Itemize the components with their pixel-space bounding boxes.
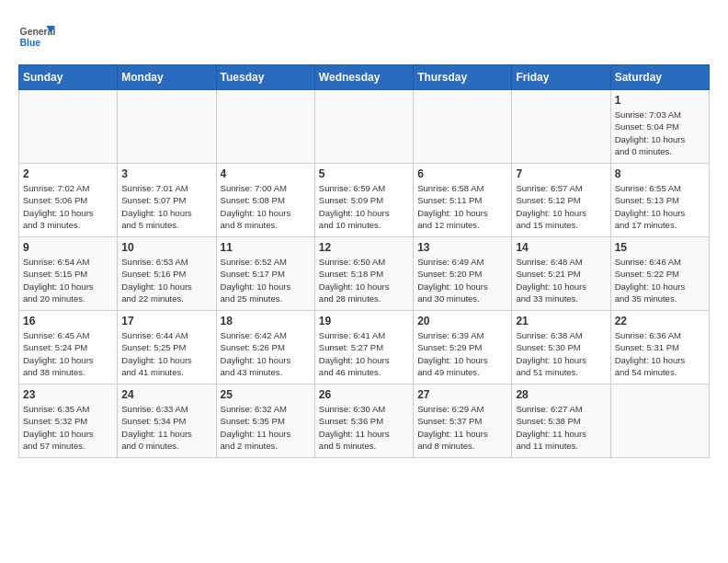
logo: General Blue	[18, 18, 59, 55]
day-cell: 12Sunrise: 6:50 AM Sunset: 5:18 PM Dayli…	[314, 237, 413, 311]
day-cell	[19, 90, 118, 164]
logo-icon: General Blue	[18, 18, 55, 55]
day-info: Sunrise: 6:38 AM Sunset: 5:30 PM Dayligh…	[516, 329, 606, 378]
day-cell: 18Sunrise: 6:42 AM Sunset: 5:26 PM Dayli…	[216, 311, 314, 385]
day-number: 3	[121, 167, 211, 180]
calendar-header: SundayMondayTuesdayWednesdayThursdayFrid…	[19, 65, 710, 90]
header-cell-friday: Friday	[512, 65, 610, 90]
day-number: 23	[23, 388, 113, 401]
day-info: Sunrise: 6:54 AM Sunset: 5:15 PM Dayligh…	[23, 256, 113, 304]
svg-text:Blue: Blue	[20, 38, 41, 48]
day-cell: 9Sunrise: 6:54 AM Sunset: 5:15 PM Daylig…	[19, 237, 118, 311]
day-info: Sunrise: 6:32 AM Sunset: 5:35 PM Dayligh…	[221, 403, 311, 452]
calendar-body: 1Sunrise: 7:03 AM Sunset: 5:04 PM Daylig…	[19, 90, 710, 458]
day-number: 7	[516, 167, 606, 180]
day-cell: 13Sunrise: 6:49 AM Sunset: 5:20 PM Dayli…	[414, 237, 512, 311]
day-cell: 26Sunrise: 6:30 AM Sunset: 5:36 PM Dayli…	[314, 385, 413, 458]
day-cell	[610, 385, 709, 458]
day-info: Sunrise: 6:52 AM Sunset: 5:17 PM Dayligh…	[221, 256, 311, 304]
day-info: Sunrise: 7:02 AM Sunset: 5:06 PM Dayligh…	[23, 182, 113, 231]
day-info: Sunrise: 6:45 AM Sunset: 5:24 PM Dayligh…	[23, 329, 113, 378]
day-info: Sunrise: 7:03 AM Sunset: 5:04 PM Dayligh…	[615, 109, 705, 157]
day-info: Sunrise: 6:35 AM Sunset: 5:32 PM Dayligh…	[23, 403, 113, 452]
header-row: SundayMondayTuesdayWednesdayThursdayFrid…	[19, 65, 710, 90]
day-info: Sunrise: 6:58 AM Sunset: 5:11 PM Dayligh…	[417, 182, 507, 231]
day-info: Sunrise: 6:46 AM Sunset: 5:22 PM Dayligh…	[615, 256, 705, 304]
day-info: Sunrise: 6:48 AM Sunset: 5:21 PM Dayligh…	[516, 256, 606, 304]
day-info: Sunrise: 6:33 AM Sunset: 5:34 PM Dayligh…	[121, 403, 211, 452]
day-cell: 11Sunrise: 6:52 AM Sunset: 5:17 PM Dayli…	[216, 237, 314, 311]
day-number: 20	[417, 315, 507, 327]
day-info: Sunrise: 6:30 AM Sunset: 5:36 PM Dayligh…	[319, 403, 409, 452]
day-info: Sunrise: 6:55 AM Sunset: 5:13 PM Dayligh…	[615, 182, 705, 231]
day-cell: 24Sunrise: 6:33 AM Sunset: 5:34 PM Dayli…	[118, 385, 216, 458]
day-number: 2	[23, 167, 113, 180]
day-number: 26	[319, 388, 409, 401]
day-number: 8	[615, 167, 705, 180]
day-cell: 20Sunrise: 6:39 AM Sunset: 5:29 PM Dayli…	[414, 311, 512, 385]
day-info: Sunrise: 6:57 AM Sunset: 5:12 PM Dayligh…	[516, 182, 606, 231]
page-header: General Blue	[18, 18, 710, 55]
day-info: Sunrise: 6:50 AM Sunset: 5:18 PM Dayligh…	[319, 256, 409, 304]
day-number: 10	[121, 241, 211, 254]
day-cell: 22Sunrise: 6:36 AM Sunset: 5:31 PM Dayli…	[610, 311, 709, 385]
day-cell	[216, 90, 314, 164]
day-cell: 2Sunrise: 7:02 AM Sunset: 5:06 PM Daylig…	[19, 164, 118, 237]
day-cell: 25Sunrise: 6:32 AM Sunset: 5:35 PM Dayli…	[216, 385, 314, 458]
day-cell	[414, 90, 512, 164]
day-cell: 3Sunrise: 7:01 AM Sunset: 5:07 PM Daylig…	[118, 164, 216, 237]
day-info: Sunrise: 6:27 AM Sunset: 5:38 PM Dayligh…	[516, 403, 606, 452]
calendar-table: SundayMondayTuesdayWednesdayThursdayFrid…	[18, 64, 710, 458]
day-info: Sunrise: 6:39 AM Sunset: 5:29 PM Dayligh…	[417, 329, 507, 378]
day-info: Sunrise: 7:00 AM Sunset: 5:08 PM Dayligh…	[221, 182, 311, 231]
day-info: Sunrise: 6:44 AM Sunset: 5:25 PM Dayligh…	[121, 329, 211, 378]
day-cell: 5Sunrise: 6:59 AM Sunset: 5:09 PM Daylig…	[314, 164, 413, 237]
day-number: 5	[319, 167, 409, 180]
day-number: 1	[615, 94, 705, 107]
week-row-1: 2Sunrise: 7:02 AM Sunset: 5:06 PM Daylig…	[19, 164, 710, 237]
header-cell-sunday: Sunday	[19, 65, 118, 90]
day-cell	[118, 90, 216, 164]
day-cell: 15Sunrise: 6:46 AM Sunset: 5:22 PM Dayli…	[610, 237, 709, 311]
day-number: 6	[417, 167, 507, 180]
day-cell: 8Sunrise: 6:55 AM Sunset: 5:13 PM Daylig…	[610, 164, 709, 237]
day-info: Sunrise: 6:41 AM Sunset: 5:27 PM Dayligh…	[319, 329, 409, 378]
day-cell: 16Sunrise: 6:45 AM Sunset: 5:24 PM Dayli…	[19, 311, 118, 385]
day-number: 17	[121, 315, 211, 327]
header-cell-monday: Monday	[118, 65, 216, 90]
header-cell-thursday: Thursday	[414, 65, 512, 90]
day-number: 9	[23, 241, 113, 254]
day-cell: 23Sunrise: 6:35 AM Sunset: 5:32 PM Dayli…	[19, 385, 118, 458]
week-row-3: 16Sunrise: 6:45 AM Sunset: 5:24 PM Dayli…	[19, 311, 710, 385]
day-cell: 6Sunrise: 6:58 AM Sunset: 5:11 PM Daylig…	[414, 164, 512, 237]
day-info: Sunrise: 7:01 AM Sunset: 5:07 PM Dayligh…	[121, 182, 211, 231]
day-cell: 14Sunrise: 6:48 AM Sunset: 5:21 PM Dayli…	[512, 237, 610, 311]
day-number: 24	[121, 388, 211, 401]
day-cell: 7Sunrise: 6:57 AM Sunset: 5:12 PM Daylig…	[512, 164, 610, 237]
week-row-4: 23Sunrise: 6:35 AM Sunset: 5:32 PM Dayli…	[19, 385, 710, 458]
day-cell	[314, 90, 413, 164]
day-info: Sunrise: 6:49 AM Sunset: 5:20 PM Dayligh…	[417, 256, 507, 304]
day-info: Sunrise: 6:59 AM Sunset: 5:09 PM Dayligh…	[319, 182, 409, 231]
day-number: 4	[221, 167, 311, 180]
day-cell: 19Sunrise: 6:41 AM Sunset: 5:27 PM Dayli…	[314, 311, 413, 385]
week-row-2: 9Sunrise: 6:54 AM Sunset: 5:15 PM Daylig…	[19, 237, 710, 311]
day-info: Sunrise: 6:29 AM Sunset: 5:37 PM Dayligh…	[417, 403, 507, 452]
day-number: 14	[516, 241, 606, 254]
day-cell: 21Sunrise: 6:38 AM Sunset: 5:30 PM Dayli…	[512, 311, 610, 385]
header-cell-tuesday: Tuesday	[216, 65, 314, 90]
day-number: 15	[615, 241, 705, 254]
day-number: 21	[516, 315, 606, 327]
day-cell: 27Sunrise: 6:29 AM Sunset: 5:37 PM Dayli…	[414, 385, 512, 458]
day-cell: 4Sunrise: 7:00 AM Sunset: 5:08 PM Daylig…	[216, 164, 314, 237]
day-cell	[512, 90, 610, 164]
day-number: 27	[417, 388, 507, 401]
day-number: 12	[319, 241, 409, 254]
day-number: 11	[221, 241, 311, 254]
header-cell-wednesday: Wednesday	[314, 65, 413, 90]
header-cell-saturday: Saturday	[610, 65, 709, 90]
day-number: 16	[23, 315, 113, 327]
day-number: 22	[615, 315, 705, 327]
week-row-0: 1Sunrise: 7:03 AM Sunset: 5:04 PM Daylig…	[19, 90, 710, 164]
day-cell: 17Sunrise: 6:44 AM Sunset: 5:25 PM Dayli…	[118, 311, 216, 385]
